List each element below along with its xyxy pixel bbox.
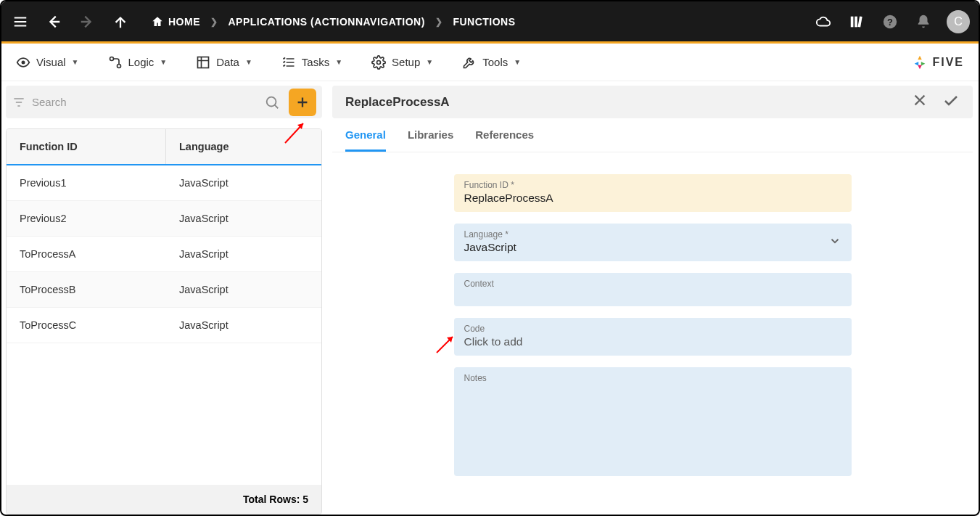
table-body: Previous1JavaScriptPrevious2JavaScriptTo…	[7, 165, 321, 485]
brand-logo: FIVE	[912, 54, 964, 70]
svg-marker-33	[447, 337, 453, 343]
dropdown-icon: ▼	[514, 58, 521, 66]
left-panel: Function ID Language Previous1JavaScript…	[1, 86, 326, 515]
cell-function-id: Previous2	[7, 201, 166, 236]
cell-function-id: ToProcessB	[7, 272, 166, 307]
filter-icon[interactable]	[12, 95, 26, 110]
function-id-value: ReplaceProcessA	[464, 192, 841, 205]
column-language[interactable]: Language	[166, 129, 242, 164]
close-button[interactable]	[912, 92, 928, 112]
language-field[interactable]: Language * JavaScript	[454, 224, 852, 261]
library-icon[interactable]	[847, 12, 867, 32]
annotation-arrow	[434, 331, 460, 357]
context-field[interactable]: Context	[454, 273, 852, 306]
code-label: Code	[464, 324, 841, 334]
cell-language: JavaScript	[166, 201, 242, 236]
function-id-label: Function ID *	[464, 180, 841, 190]
tab-general[interactable]: General	[345, 128, 386, 152]
add-button[interactable]	[289, 89, 316, 116]
context-label: Context	[464, 279, 841, 289]
function-id-field[interactable]: Function ID * ReplaceProcessA	[454, 174, 852, 212]
breadcrumb: HOME ❯ APPLICATIONS (ACTIONNAVIGATION) ❯…	[151, 15, 516, 28]
menu-tasks[interactable]: Tasks ▼	[281, 55, 342, 70]
nav-left: HOME ❯ APPLICATIONS (ACTIONNAVIGATION) ❯…	[10, 12, 516, 32]
tab-libraries[interactable]: Libraries	[408, 128, 453, 152]
menu-setup-label: Setup	[392, 56, 420, 68]
top-right: ? C	[813, 10, 970, 33]
functions-table: Function ID Language Previous1JavaScript…	[6, 128, 322, 515]
code-value: Click to add	[464, 335, 841, 348]
tabs: General Libraries References	[332, 118, 973, 152]
dropdown-icon: ▼	[335, 58, 342, 66]
right-panel: ReplaceProcessA General Libraries Refere…	[326, 86, 979, 515]
menu-tools[interactable]: Tools ▼	[462, 55, 521, 70]
search-icon[interactable]	[264, 94, 280, 110]
language-value: JavaScript	[464, 241, 841, 254]
back-icon[interactable]	[44, 12, 64, 32]
main: Function ID Language Previous1JavaScript…	[1, 81, 979, 515]
form-area: Function ID * ReplaceProcessA Language *…	[332, 152, 973, 476]
chevron-right-icon: ❯	[435, 17, 443, 27]
cell-function-id: ToProcessC	[7, 308, 166, 343]
svg-text:?: ?	[887, 16, 893, 27]
tab-references[interactable]: References	[475, 128, 534, 152]
cell-language: JavaScript	[166, 308, 242, 343]
menu-logic-label: Logic	[128, 56, 155, 68]
cell-language: JavaScript	[166, 272, 242, 307]
svg-rect-8	[858, 16, 862, 27]
bell-icon[interactable]	[913, 12, 934, 32]
table-row[interactable]: ToProcessBJavaScript	[7, 272, 321, 308]
menu-tools-label: Tools	[482, 56, 508, 68]
svg-point-24	[267, 97, 276, 106]
table-row[interactable]: ToProcessAJavaScript	[7, 237, 321, 272]
menu-bar: Visual ▼ Logic ▼ Data ▼ Tasks ▼ Setup ▼ …	[1, 44, 979, 81]
notes-field[interactable]: Notes	[454, 367, 852, 476]
column-function-id[interactable]: Function ID	[7, 129, 166, 164]
dropdown-icon: ▼	[160, 58, 167, 66]
svg-point-13	[117, 64, 120, 67]
menu-tasks-label: Tasks	[302, 56, 329, 68]
chevron-down-icon	[828, 234, 841, 250]
table-row[interactable]: ToProcessCJavaScript	[7, 308, 321, 343]
table-row[interactable]: Previous1JavaScript	[7, 165, 321, 201]
svg-line-32	[437, 337, 453, 353]
table-footer: Total Rows: 5	[7, 485, 321, 514]
svg-line-25	[275, 105, 279, 108]
menu-data[interactable]: Data ▼	[196, 55, 252, 70]
search-input[interactable]	[32, 96, 258, 108]
menu-icon[interactable]	[10, 12, 30, 32]
avatar[interactable]: C	[947, 10, 970, 33]
language-label: Language *	[464, 229, 841, 239]
save-button[interactable]	[942, 92, 960, 112]
breadcrumb-applications[interactable]: APPLICATIONS (ACTIONNAVIGATION)	[228, 16, 425, 28]
svg-rect-14	[198, 57, 209, 67]
breadcrumb-home[interactable]: HOME	[151, 15, 200, 28]
table-row[interactable]: Previous2JavaScript	[7, 201, 321, 237]
detail-header: ReplaceProcessA	[332, 86, 973, 118]
dropdown-icon: ▼	[426, 58, 433, 66]
chevron-right-icon: ❯	[210, 17, 218, 27]
page-title: ReplaceProcessA	[345, 95, 450, 110]
svg-point-20	[377, 60, 381, 64]
menu-setup[interactable]: Setup ▼	[371, 55, 433, 70]
notes-label: Notes	[464, 373, 841, 383]
breadcrumb-functions[interactable]: FUNCTIONS	[453, 16, 515, 28]
dropdown-icon: ▼	[245, 58, 252, 66]
search-row	[6, 86, 322, 118]
cell-language: JavaScript	[166, 237, 242, 271]
brand-label: FIVE	[932, 56, 964, 69]
menu-logic[interactable]: Logic ▼	[108, 55, 168, 70]
menu-data-label: Data	[216, 56, 239, 68]
forward-icon	[77, 12, 97, 32]
menu-visual[interactable]: Visual ▼	[16, 55, 79, 70]
code-field[interactable]: Code Click to add	[454, 318, 852, 356]
svg-rect-7	[855, 16, 857, 27]
svg-point-11	[22, 60, 25, 64]
help-icon[interactable]: ?	[880, 12, 900, 32]
cell-language: JavaScript	[166, 165, 242, 200]
cloud-icon[interactable]	[813, 12, 833, 32]
up-icon[interactable]	[110, 12, 131, 32]
menu-visual-label: Visual	[36, 56, 66, 68]
avatar-initial: C	[954, 15, 963, 28]
dropdown-icon: ▼	[72, 58, 79, 66]
